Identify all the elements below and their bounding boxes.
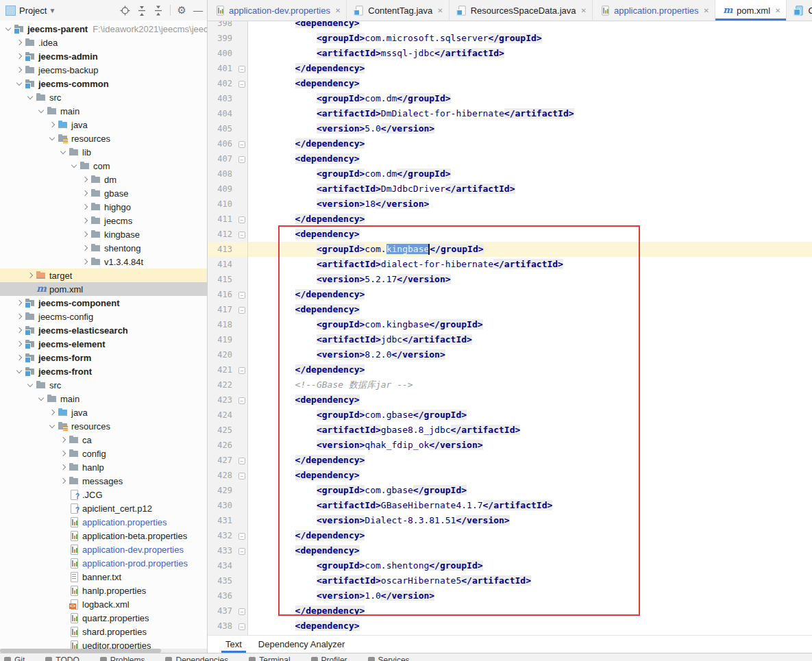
code-line-436[interactable]: 436<version>1.0</version> bbox=[208, 588, 812, 603]
chevron-collapsed-icon[interactable] bbox=[15, 326, 23, 334]
chevron-collapsed-icon[interactable] bbox=[59, 449, 67, 458]
chevron-collapsed-icon[interactable] bbox=[15, 299, 23, 307]
fold-marker-icon[interactable] bbox=[236, 212, 248, 227]
tab-close-icon[interactable]: ✕ bbox=[581, 6, 587, 15]
tree-item-java[interactable]: java bbox=[0, 118, 207, 132]
code-line-406[interactable]: 406</dependency> bbox=[208, 136, 812, 151]
chevron-collapsed-icon[interactable] bbox=[15, 52, 23, 60]
tab-application-dev.properties[interactable]: application-dev.properties✕ bbox=[208, 0, 347, 21]
code-line-424[interactable]: 424<groupId>com.gbase</groupId> bbox=[208, 408, 812, 423]
code-line-410[interactable]: 410<version>18</version> bbox=[208, 197, 812, 212]
code-line-419[interactable]: 419<artifactId>jdbc</artifactId> bbox=[208, 332, 812, 347]
fold-marker-icon[interactable] bbox=[236, 392, 248, 408]
tab-application.properties[interactable]: application.properties✕ bbox=[593, 0, 715, 21]
tree-item-banner.txt[interactable]: banner.txt bbox=[0, 570, 207, 584]
tab-ContentTag.java[interactable]: ContentTag.java✕ bbox=[347, 0, 449, 21]
chevron-expanded-icon[interactable] bbox=[37, 395, 45, 403]
chevron-collapsed-icon[interactable] bbox=[81, 258, 89, 266]
code-line-418[interactable]: 418<groupId>com.kingbase</groupId> bbox=[208, 317, 812, 332]
code-line-430[interactable]: 430<artifactId>GBaseHibernate4.1.7</arti… bbox=[208, 498, 812, 513]
fold-marker-icon[interactable] bbox=[236, 151, 248, 166]
tree-item-jeecms-admin[interactable]: jeecms-admin bbox=[0, 49, 207, 63]
tree-item-application-beta.properties[interactable]: application-beta.properties bbox=[0, 529, 207, 542]
code-line-403[interactable]: 403<groupId>com.dm</groupId> bbox=[208, 91, 812, 106]
chevron-collapsed-icon[interactable] bbox=[15, 38, 23, 47]
code-line-434[interactable]: 434<groupId>com.shentong</groupId> bbox=[208, 558, 812, 573]
tab-close-icon[interactable]: ✕ bbox=[437, 6, 443, 15]
chevron-collapsed-icon[interactable] bbox=[26, 271, 34, 279]
tree-item-lib[interactable]: lib bbox=[0, 145, 207, 159]
locate-file-icon[interactable] bbox=[120, 5, 130, 16]
chevron-expanded-icon[interactable] bbox=[37, 107, 45, 115]
tree-item-main[interactable]: main bbox=[0, 392, 207, 406]
code-line-428[interactable]: 428<dependency> bbox=[208, 468, 812, 483]
code-line-422[interactable]: 422<!--GBase 数据库jar --> bbox=[208, 377, 812, 392]
code-line-426[interactable]: 426<version>qhak_fdip_ok</version> bbox=[208, 438, 812, 453]
chevron-expanded-icon[interactable] bbox=[70, 162, 78, 170]
tree-item-logback.xml[interactable]: logback.xml bbox=[0, 597, 207, 611]
code-line-402[interactable]: 402<dependency> bbox=[208, 76, 812, 91]
tree-item-hanlp[interactable]: hanlp bbox=[0, 460, 207, 474]
tree-item-src[interactable]: src bbox=[0, 90, 207, 104]
tab-close-icon[interactable]: ✕ bbox=[335, 6, 341, 15]
tree-item-jeecms-front[interactable]: jeecms-front bbox=[0, 364, 207, 378]
chevron-collapsed-icon[interactable] bbox=[59, 463, 67, 471]
chevron-expanded-icon[interactable] bbox=[4, 25, 12, 33]
chevron-expanded-icon[interactable] bbox=[15, 367, 23, 375]
code-line-413[interactable]: 413<groupId>com.kingbase</groupId> bbox=[208, 242, 812, 257]
chevron-collapsed-icon[interactable] bbox=[48, 408, 56, 416]
tree-item-com[interactable]: com bbox=[0, 159, 207, 173]
fold-marker-icon[interactable] bbox=[236, 136, 248, 151]
statusbar-item-TODO[interactable]: TODO bbox=[45, 656, 79, 661]
chevron-collapsed-icon[interactable] bbox=[81, 189, 89, 197]
tree-item-jeecms-component[interactable]: jeecms-component bbox=[0, 296, 207, 310]
fold-marker-icon[interactable] bbox=[236, 468, 248, 483]
collapse-all-icon[interactable] bbox=[153, 5, 163, 16]
chevron-expanded-icon[interactable] bbox=[26, 381, 34, 389]
tree-item-ca[interactable]: ca bbox=[0, 433, 207, 447]
fold-marker-icon[interactable] bbox=[236, 362, 248, 377]
fold-marker-icon[interactable] bbox=[236, 61, 248, 76]
code-line-429[interactable]: 429<groupId>com.gbase</groupId> bbox=[208, 483, 812, 498]
tree-item-jeecms-common[interactable]: jeecms-common bbox=[0, 77, 207, 90]
chevron-collapsed-icon[interactable] bbox=[15, 312, 23, 321]
chevron-collapsed-icon[interactable] bbox=[15, 66, 23, 74]
code-line-414[interactable]: 414<artifactId>dialect-for-hibernate</ar… bbox=[208, 257, 812, 272]
tree-item-config[interactable]: config bbox=[0, 447, 207, 460]
tree-item-gbase[interactable]: gbase bbox=[0, 186, 207, 200]
code-line-398[interactable]: 398<dependency> bbox=[208, 21, 812, 31]
tree-item-jeecms-element[interactable]: jeecms-element bbox=[0, 337, 207, 351]
tree-item-resources[interactable]: resources bbox=[0, 419, 207, 433]
chevron-expanded-icon[interactable] bbox=[48, 422, 56, 430]
chevron-collapsed-icon[interactable] bbox=[15, 340, 23, 348]
chevron-collapsed-icon[interactable] bbox=[81, 244, 89, 252]
statusbar-item-Git[interactable]: Git bbox=[4, 656, 25, 661]
code-line-411[interactable]: 411</dependency> bbox=[208, 212, 812, 227]
tree-item-src[interactable]: src bbox=[0, 378, 207, 392]
chevron-collapsed-icon[interactable] bbox=[48, 121, 56, 129]
chevron-collapsed-icon[interactable] bbox=[81, 216, 89, 225]
chevron-down-icon[interactable]: ▼ bbox=[49, 7, 56, 14]
code-line-408[interactable]: 408<groupId>com.dm</groupId> bbox=[208, 166, 812, 182]
statusbar-item-Profiler[interactable]: Profiler bbox=[311, 656, 347, 661]
chevron-collapsed-icon[interactable] bbox=[81, 230, 89, 238]
tree-item-kingbase[interactable]: kingbase bbox=[0, 227, 207, 241]
fold-marker-icon[interactable] bbox=[236, 543, 248, 558]
tab-close-icon[interactable]: ✕ bbox=[704, 6, 709, 15]
project-view-selector[interactable]: Project bbox=[19, 5, 47, 16]
code-line-415[interactable]: 415<version>5.2.17</version> bbox=[208, 272, 812, 287]
tree-item-hanlp.properties[interactable]: hanlp.properties bbox=[0, 584, 207, 597]
code-line-438[interactable]: 438<dependency> bbox=[208, 619, 812, 634]
code-line-432[interactable]: 432</dependency> bbox=[208, 528, 812, 543]
code-line-401[interactable]: 401</dependency> bbox=[208, 61, 812, 76]
code-line-412[interactable]: 412<dependency> bbox=[208, 227, 812, 242]
tree-item-shard.properties[interactable]: shard.properties bbox=[0, 625, 207, 638]
code-editor[interactable]: 398<dependency>399<groupId>com.microsoft… bbox=[208, 21, 812, 635]
fold-marker-icon[interactable] bbox=[236, 302, 248, 317]
chevron-expanded-icon[interactable] bbox=[15, 79, 23, 88]
tab-pom.xml[interactable]: pom.xml✕ bbox=[715, 0, 787, 21]
tree-item-quartz.properties[interactable]: quartz.properties bbox=[0, 611, 207, 625]
bottom-tab-Text[interactable]: Text bbox=[217, 636, 250, 653]
tree-item-jeecms-backup[interactable]: jeecms-backup bbox=[0, 63, 207, 77]
code-line-433[interactable]: 433<dependency> bbox=[208, 543, 812, 558]
